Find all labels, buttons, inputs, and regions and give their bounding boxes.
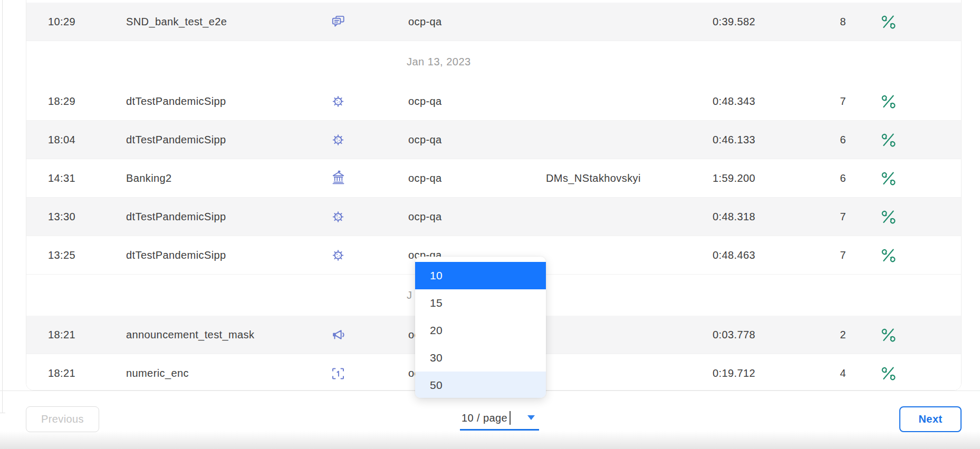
number-frame-icon: [310, 366, 367, 382]
date-separator-label: J: [407, 289, 412, 301]
run-time: 18:21: [48, 329, 126, 341]
run-time: 18:29: [48, 95, 126, 108]
run-name: announcement_test_mask: [126, 329, 310, 341]
virus-icon: [310, 93, 367, 109]
page: 10:29 SND_bank_test_e2e ocp-qa 0:39.582 …: [0, 0, 980, 449]
run-agent: ocp-qa: [408, 211, 546, 223]
run-time: 10:29: [48, 16, 126, 28]
page-size-option-10[interactable]: 10: [415, 262, 546, 289]
table-row[interactable]: 14:31 Banking2 ocp-qa DMs_NStakhovskyi 1…: [26, 159, 961, 198]
percent-icon[interactable]: [846, 170, 930, 187]
run-time: 14:31: [48, 172, 126, 184]
run-duration: 1:59.200: [658, 172, 755, 184]
page-size-dropdown: 1015203050: [415, 257, 546, 398]
run-name: dtTestPandemicSipp: [126, 95, 310, 108]
percent-icon[interactable]: [846, 327, 930, 343]
run-count: 4: [755, 367, 846, 379]
virus-icon: [310, 247, 367, 263]
table-row[interactable]: 10:29 SND_bank_test_e2e ocp-qa 0:39.582 …: [26, 3, 961, 41]
percent-icon[interactable]: [846, 247, 930, 263]
run-name: dtTestPandemicSipp: [126, 211, 310, 223]
run-duration: 0:48.463: [658, 249, 755, 261]
run-count: 7: [755, 249, 846, 261]
run-name: dtTestPandemicSipp: [126, 134, 310, 146]
chevron-down-icon: [527, 415, 535, 420]
previous-page-button[interactable]: Previous: [26, 406, 99, 432]
run-duration: 0:03.778: [658, 329, 755, 341]
date-separator-row: Jan 13, 2023: [26, 41, 961, 82]
percent-icon[interactable]: [846, 93, 930, 110]
run-time: 18:21: [48, 367, 126, 379]
run-count: 6: [755, 134, 846, 146]
percent-icon[interactable]: [846, 132, 930, 148]
run-count: 7: [755, 95, 846, 108]
run-duration: 0:48.318: [658, 211, 755, 223]
percent-icon[interactable]: [846, 14, 930, 30]
run-time: 13:25: [48, 249, 126, 261]
date-separator-label: Jan 13, 2023: [407, 56, 471, 68]
table-row[interactable]: 13:30 dtTestPandemicSipp ocp-qa 0:48.318…: [26, 198, 961, 236]
run-time: 13:30: [48, 211, 126, 223]
run-agent: ocp-qa: [408, 172, 546, 184]
page-size-option-20[interactable]: 20: [415, 317, 546, 344]
run-duration: 0:19.712: [658, 367, 755, 379]
page-size-option-15[interactable]: 15: [415, 289, 546, 317]
virus-icon: [310, 132, 367, 148]
run-name: numeric_enc: [126, 367, 310, 379]
run-duration: 0:39.582: [658, 16, 755, 28]
table-row[interactable]: 18:29 dtTestPandemicSipp ocp-qa 0:48.343…: [26, 82, 961, 121]
run-time: 18:04: [48, 134, 126, 146]
run-name: Banking2: [126, 172, 310, 184]
percent-icon[interactable]: [846, 365, 930, 382]
megaphone-icon: [310, 327, 367, 343]
percent-icon[interactable]: [846, 209, 930, 225]
page-size-select[interactable]: 10 / page: [460, 407, 539, 431]
run-name: SND_bank_test_e2e: [126, 16, 310, 28]
run-name: dtTestPandemicSipp: [126, 249, 310, 261]
run-agent: ocp-qa: [408, 16, 546, 28]
left-panel-edge: [2, 0, 3, 413]
virus-icon: [310, 209, 367, 224]
text-cursor: [510, 411, 511, 425]
page-size-option-50[interactable]: 50: [415, 372, 546, 398]
run-count: 7: [755, 211, 846, 223]
run-count: 2: [755, 329, 846, 341]
run-duration: 0:46.133: [658, 134, 755, 146]
page-size-option-30[interactable]: 30: [415, 344, 546, 372]
run-duration: 0:48.343: [658, 95, 755, 108]
comments-icon: [310, 14, 367, 30]
run-user: DMs_NStakhovskyi: [546, 172, 658, 184]
table-row[interactable]: 18:04 dtTestPandemicSipp ocp-qa 0:46.133…: [26, 121, 961, 159]
run-count: 8: [755, 16, 846, 28]
run-count: 6: [755, 172, 846, 184]
run-agent: ocp-qa: [408, 95, 546, 108]
run-agent: ocp-qa: [408, 134, 546, 146]
page-size-value: 10 / page: [460, 412, 507, 424]
next-page-button[interactable]: Next: [899, 406, 962, 432]
bank-icon: [310, 170, 367, 187]
left-panel-edge-corner: [0, 413, 5, 413]
bottom-fade: [0, 431, 980, 449]
